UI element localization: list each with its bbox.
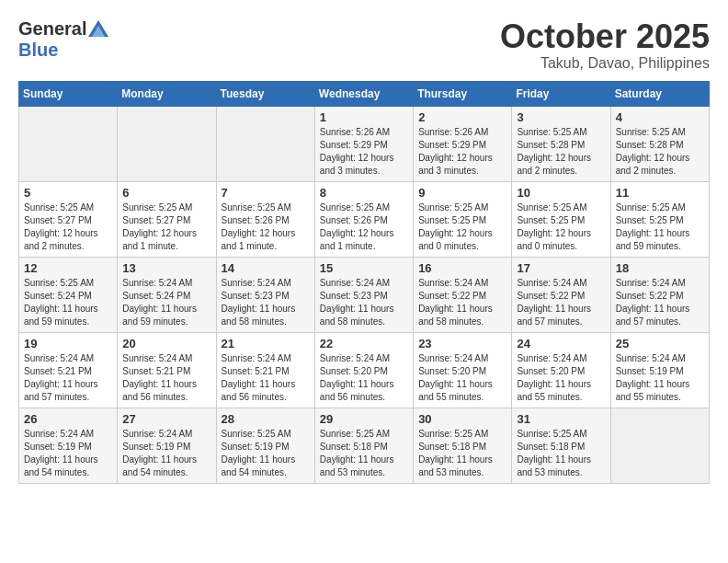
- calendar-day-cell: 20Sunrise: 5:24 AM Sunset: 5:21 PM Dayli…: [118, 332, 216, 408]
- day-info: Sunrise: 5:24 AM Sunset: 5:23 PM Dayligh…: [222, 277, 310, 328]
- day-number: 28: [222, 412, 310, 426]
- day-info: Sunrise: 5:24 AM Sunset: 5:20 PM Dayligh…: [320, 352, 408, 404]
- calendar-day-cell: [610, 408, 709, 483]
- day-number: 16: [418, 261, 506, 275]
- day-info: Sunrise: 5:25 AM Sunset: 5:18 PM Dayligh…: [517, 428, 605, 479]
- calendar-week-row: 1Sunrise: 5:26 AM Sunset: 5:29 PM Daylig…: [19, 106, 710, 181]
- calendar-day-cell: [118, 106, 216, 181]
- day-number: 26: [24, 412, 112, 426]
- day-info: Sunrise: 5:25 AM Sunset: 5:19 PM Dayligh…: [222, 428, 310, 479]
- day-info: Sunrise: 5:25 AM Sunset: 5:25 PM Dayligh…: [616, 201, 704, 253]
- calendar-week-row: 19Sunrise: 5:24 AM Sunset: 5:21 PM Dayli…: [19, 332, 710, 408]
- calendar-day-cell: 24Sunrise: 5:24 AM Sunset: 5:20 PM Dayli…: [512, 332, 610, 408]
- day-info: Sunrise: 5:25 AM Sunset: 5:28 PM Dayligh…: [517, 126, 605, 178]
- day-number: 9: [418, 186, 506, 200]
- day-number: 18: [616, 261, 704, 275]
- day-info: Sunrise: 5:24 AM Sunset: 5:22 PM Dayligh…: [616, 277, 704, 328]
- day-info: Sunrise: 5:25 AM Sunset: 5:27 PM Dayligh…: [122, 201, 210, 253]
- day-info: Sunrise: 5:26 AM Sunset: 5:29 PM Dayligh…: [320, 126, 408, 178]
- logo: General Blue: [18, 18, 110, 61]
- day-number: 8: [320, 186, 408, 200]
- header: General Blue October 2025 Takub, Davao, …: [18, 18, 710, 72]
- calendar-day-cell: 13Sunrise: 5:24 AM Sunset: 5:24 PM Dayli…: [118, 257, 216, 332]
- calendar-week-row: 26Sunrise: 5:24 AM Sunset: 5:19 PM Dayli…: [19, 408, 710, 483]
- calendar-week-row: 12Sunrise: 5:25 AM Sunset: 5:24 PM Dayli…: [19, 257, 710, 332]
- day-of-week-header: Thursday: [414, 81, 512, 106]
- day-of-week-header: Wednesday: [314, 81, 413, 106]
- title-area: October 2025 Takub, Davao, Philippines: [500, 18, 710, 72]
- day-number: 2: [418, 110, 506, 124]
- day-number: 30: [418, 412, 506, 426]
- calendar-day-cell: 19Sunrise: 5:24 AM Sunset: 5:21 PM Dayli…: [19, 332, 118, 408]
- day-number: 3: [517, 110, 605, 124]
- calendar-day-cell: 11Sunrise: 5:25 AM Sunset: 5:25 PM Dayli…: [610, 181, 709, 257]
- calendar-day-cell: 25Sunrise: 5:24 AM Sunset: 5:19 PM Dayli…: [610, 332, 709, 408]
- day-info: Sunrise: 5:25 AM Sunset: 5:18 PM Dayligh…: [418, 428, 506, 479]
- calendar-day-cell: 3Sunrise: 5:25 AM Sunset: 5:28 PM Daylig…: [512, 106, 610, 181]
- day-number: 27: [122, 412, 210, 426]
- day-number: 19: [24, 337, 112, 350]
- day-number: 5: [24, 186, 112, 200]
- calendar-header-row: SundayMondayTuesdayWednesdayThursdayFrid…: [19, 81, 710, 106]
- day-number: 4: [616, 110, 704, 124]
- day-info: Sunrise: 5:24 AM Sunset: 5:22 PM Dayligh…: [418, 277, 506, 328]
- day-info: Sunrise: 5:25 AM Sunset: 5:24 PM Dayligh…: [24, 277, 112, 328]
- day-number: 17: [517, 261, 605, 275]
- calendar-day-cell: 16Sunrise: 5:24 AM Sunset: 5:22 PM Dayli…: [414, 257, 512, 332]
- day-number: 7: [222, 186, 310, 200]
- day-info: Sunrise: 5:24 AM Sunset: 5:19 PM Dayligh…: [24, 428, 112, 479]
- calendar-day-cell: 10Sunrise: 5:25 AM Sunset: 5:25 PM Dayli…: [512, 181, 610, 257]
- day-number: 31: [517, 412, 605, 426]
- day-of-week-header: Tuesday: [216, 81, 314, 106]
- day-number: 21: [222, 337, 310, 350]
- day-info: Sunrise: 5:25 AM Sunset: 5:26 PM Dayligh…: [222, 201, 310, 253]
- day-number: 29: [320, 412, 408, 426]
- day-info: Sunrise: 5:26 AM Sunset: 5:29 PM Dayligh…: [418, 126, 506, 178]
- logo-icon: [88, 20, 110, 39]
- day-info: Sunrise: 5:24 AM Sunset: 5:20 PM Dayligh…: [418, 352, 506, 404]
- day-info: Sunrise: 5:24 AM Sunset: 5:22 PM Dayligh…: [517, 277, 605, 328]
- day-info: Sunrise: 5:25 AM Sunset: 5:18 PM Dayligh…: [320, 428, 408, 479]
- day-number: 6: [122, 186, 210, 200]
- calendar-day-cell: 27Sunrise: 5:24 AM Sunset: 5:19 PM Dayli…: [118, 408, 216, 483]
- day-number: 13: [122, 261, 210, 275]
- calendar-day-cell: 31Sunrise: 5:25 AM Sunset: 5:18 PM Dayli…: [512, 408, 610, 483]
- day-info: Sunrise: 5:24 AM Sunset: 5:21 PM Dayligh…: [122, 352, 210, 404]
- calendar-day-cell: 26Sunrise: 5:24 AM Sunset: 5:19 PM Dayli…: [19, 408, 118, 483]
- day-info: Sunrise: 5:24 AM Sunset: 5:21 PM Dayligh…: [222, 352, 310, 404]
- calendar-day-cell: 6Sunrise: 5:25 AM Sunset: 5:27 PM Daylig…: [118, 181, 216, 257]
- day-info: Sunrise: 5:24 AM Sunset: 5:19 PM Dayligh…: [616, 352, 704, 404]
- calendar-table: SundayMondayTuesdayWednesdayThursdayFrid…: [18, 81, 710, 484]
- day-info: Sunrise: 5:25 AM Sunset: 5:26 PM Dayligh…: [320, 201, 408, 253]
- day-number: 25: [616, 337, 704, 350]
- location-title: Takub, Davao, Philippines: [500, 55, 710, 72]
- day-number: 24: [517, 337, 605, 350]
- day-of-week-header: Saturday: [610, 81, 709, 106]
- calendar-day-cell: 5Sunrise: 5:25 AM Sunset: 5:27 PM Daylig…: [19, 181, 118, 257]
- day-of-week-header: Friday: [512, 81, 610, 106]
- calendar-week-row: 5Sunrise: 5:25 AM Sunset: 5:27 PM Daylig…: [19, 181, 710, 257]
- day-info: Sunrise: 5:24 AM Sunset: 5:24 PM Dayligh…: [122, 277, 210, 328]
- day-number: 15: [320, 261, 408, 275]
- logo-general-text: General: [18, 18, 86, 40]
- calendar-day-cell: 7Sunrise: 5:25 AM Sunset: 5:26 PM Daylig…: [216, 181, 314, 257]
- day-info: Sunrise: 5:24 AM Sunset: 5:23 PM Dayligh…: [320, 277, 408, 328]
- calendar-day-cell: 17Sunrise: 5:24 AM Sunset: 5:22 PM Dayli…: [512, 257, 610, 332]
- calendar-day-cell: 9Sunrise: 5:25 AM Sunset: 5:25 PM Daylig…: [414, 181, 512, 257]
- day-of-week-header: Sunday: [19, 81, 118, 106]
- day-number: 10: [517, 186, 605, 200]
- calendar-day-cell: 12Sunrise: 5:25 AM Sunset: 5:24 PM Dayli…: [19, 257, 118, 332]
- calendar-day-cell: 23Sunrise: 5:24 AM Sunset: 5:20 PM Dayli…: [414, 332, 512, 408]
- day-info: Sunrise: 5:24 AM Sunset: 5:21 PM Dayligh…: [24, 352, 112, 404]
- calendar-day-cell: 22Sunrise: 5:24 AM Sunset: 5:20 PM Dayli…: [314, 332, 413, 408]
- day-number: 12: [24, 261, 112, 275]
- calendar-day-cell: 21Sunrise: 5:24 AM Sunset: 5:21 PM Dayli…: [216, 332, 314, 408]
- day-number: 20: [122, 337, 210, 350]
- day-number: 23: [418, 337, 506, 350]
- logo-blue-text: Blue: [18, 40, 58, 61]
- day-info: Sunrise: 5:25 AM Sunset: 5:25 PM Dayligh…: [517, 201, 605, 253]
- day-info: Sunrise: 5:25 AM Sunset: 5:27 PM Dayligh…: [24, 201, 112, 253]
- calendar-day-cell: 15Sunrise: 5:24 AM Sunset: 5:23 PM Dayli…: [314, 257, 413, 332]
- calendar-day-cell: 4Sunrise: 5:25 AM Sunset: 5:28 PM Daylig…: [610, 106, 709, 181]
- day-info: Sunrise: 5:24 AM Sunset: 5:20 PM Dayligh…: [517, 352, 605, 404]
